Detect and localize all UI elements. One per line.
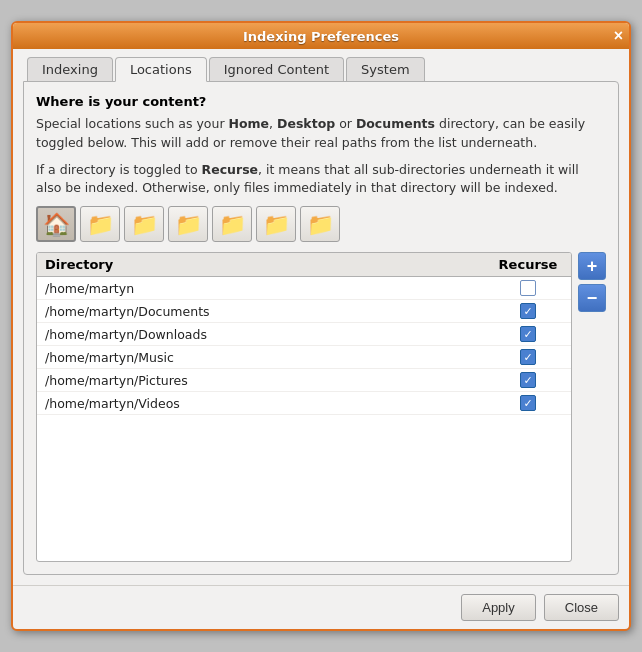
folder-icon-1[interactable]: 📁: [80, 206, 120, 242]
cell-directory: /home/martyn/Documents: [45, 304, 493, 319]
tab-content-locations: Where is your content? Special locations…: [23, 81, 619, 575]
recurse-checkbox[interactable]: [520, 303, 536, 319]
tab-locations[interactable]: Locations: [115, 57, 207, 82]
cell-recurse: [493, 303, 563, 319]
cell-recurse: [493, 372, 563, 388]
cell-directory: /home/martyn/Pictures: [45, 373, 493, 388]
tab-ignored-content[interactable]: Ignored Content: [209, 57, 344, 82]
side-buttons: + −: [578, 252, 606, 312]
folder-icon-music[interactable]: 📁: [168, 206, 208, 242]
directory-table-wrapper: Directory Recurse /home/martyn /home/mar…: [36, 252, 606, 562]
table-header: Directory Recurse: [37, 253, 571, 277]
folder-icon-pictures[interactable]: 📁: [212, 206, 252, 242]
folder-icon-videos[interactable]: 📁: [256, 206, 296, 242]
folder-icon-2[interactable]: 📁: [124, 206, 164, 242]
col-header-directory: Directory: [45, 257, 493, 272]
title-bar: Indexing Preferences ×: [13, 23, 629, 49]
table-row[interactable]: /home/martyn/Music: [37, 346, 571, 369]
recurse-checkbox[interactable]: [520, 395, 536, 411]
window-title: Indexing Preferences: [243, 29, 399, 44]
folder-icon-home[interactable]: 🏠: [36, 206, 76, 242]
description-1: Special locations such as your Home, Des…: [36, 115, 606, 153]
window-close-button[interactable]: ×: [614, 28, 623, 44]
tab-bar: Indexing Locations Ignored Content Syste…: [23, 57, 619, 82]
recurse-checkbox[interactable]: [520, 326, 536, 342]
recurse-checkbox[interactable]: [520, 349, 536, 365]
remove-directory-button[interactable]: −: [578, 284, 606, 312]
cell-recurse: [493, 349, 563, 365]
cell-directory: /home/martyn/Downloads: [45, 327, 493, 342]
main-window: Indexing Preferences × Indexing Location…: [11, 21, 631, 631]
cell-recurse: [493, 326, 563, 342]
cell-recurse: [493, 395, 563, 411]
table-row[interactable]: /home/martyn/Documents: [37, 300, 571, 323]
table-row[interactable]: /home/martyn/Videos: [37, 392, 571, 415]
recurse-checkbox[interactable]: [520, 280, 536, 296]
folder-icon-3[interactable]: 📁: [300, 206, 340, 242]
cell-directory: /home/martyn/Videos: [45, 396, 493, 411]
content-area: Indexing Locations Ignored Content Syste…: [13, 49, 629, 585]
footer: Apply Close: [13, 585, 629, 629]
apply-button[interactable]: Apply: [461, 594, 536, 621]
close-button[interactable]: Close: [544, 594, 619, 621]
description-2: If a directory is toggled to Recurse, it…: [36, 161, 606, 199]
table-row[interactable]: /home/martyn: [37, 277, 571, 300]
folder-icon-bar: 🏠 📁 📁 📁 📁 📁 📁: [36, 206, 606, 242]
table-row[interactable]: /home/martyn/Pictures: [37, 369, 571, 392]
tab-indexing[interactable]: Indexing: [27, 57, 113, 82]
cell-recurse: [493, 280, 563, 296]
table-row[interactable]: /home/martyn/Downloads: [37, 323, 571, 346]
recurse-checkbox[interactable]: [520, 372, 536, 388]
tab-system[interactable]: System: [346, 57, 424, 82]
col-header-recurse: Recurse: [493, 257, 563, 272]
add-directory-button[interactable]: +: [578, 252, 606, 280]
cell-directory: /home/martyn/Music: [45, 350, 493, 365]
directory-table: Directory Recurse /home/martyn /home/mar…: [36, 252, 572, 562]
section-title: Where is your content?: [36, 94, 606, 109]
cell-directory: /home/martyn: [45, 281, 493, 296]
